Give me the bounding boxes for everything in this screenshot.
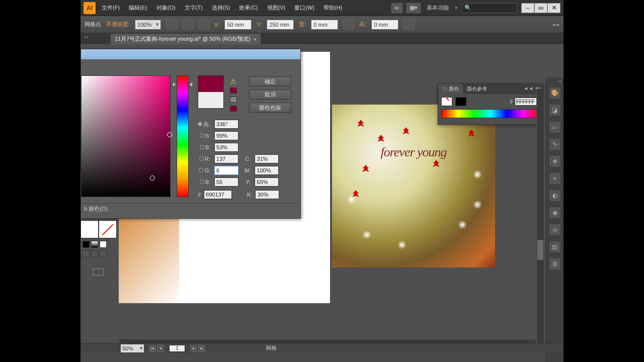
cancel-button[interactable]: 取消	[249, 89, 291, 100]
y2-input[interactable]	[255, 177, 279, 187]
stroke-swatch[interactable]	[99, 220, 117, 238]
color-mode-solid[interactable]	[83, 241, 90, 248]
hue-radio[interactable]	[198, 122, 202, 126]
sat-input[interactable]	[214, 131, 238, 140]
color-mode-none[interactable]	[100, 241, 107, 248]
swatches-panel-icon[interactable]: ◪	[549, 105, 560, 116]
b2-radio[interactable]	[200, 179, 204, 184]
thumbnail-icon[interactable]	[93, 268, 104, 276]
workspace-label[interactable]: 基本功能	[425, 4, 451, 12]
app-logo: Ai	[84, 2, 96, 14]
search-input[interactable]: 🔍	[462, 3, 517, 13]
menu-window[interactable]: 窗口(W)	[291, 3, 317, 13]
menu-file[interactable]: 文件(F)	[99, 3, 123, 13]
menu-view[interactable]: 视图(V)	[264, 3, 289, 13]
first-page-button[interactable]: |◂	[149, 345, 156, 352]
maximize-button[interactable]: ▭	[534, 3, 547, 13]
screen-mode-icon-2[interactable]	[91, 250, 98, 257]
tab-close-icon[interactable]: ×	[254, 36, 257, 42]
isolate-icon[interactable]	[404, 20, 415, 30]
minimize-button[interactable]: ─	[521, 3, 534, 13]
sat-radio[interactable]	[200, 133, 204, 138]
color-picker-dialog: ⚠ 确定 取消 颜色色板 高: S: B:	[80, 49, 301, 219]
close-button[interactable]: ✕	[547, 3, 560, 13]
hex-input[interactable]	[204, 190, 232, 199]
style-icon[interactable]	[166, 20, 177, 30]
prev-page-button[interactable]: ◂	[157, 345, 164, 352]
fill-swatch[interactable]	[80, 220, 99, 238]
k-input[interactable]	[255, 190, 279, 199]
document-tab[interactable]: 11月7号正式案例-forever young.ai* @ 50% (RGB/预…	[111, 34, 261, 44]
bri-input[interactable]	[214, 143, 238, 152]
align-panel-icon[interactable]: ≡	[549, 173, 560, 184]
nearest-swatch[interactable]	[230, 106, 237, 112]
next-page-button[interactable]: ▸	[190, 345, 197, 352]
workspace-dropdown-icon[interactable]: ▾	[455, 5, 458, 11]
brushes-panel-icon[interactable]: ✎	[549, 139, 560, 150]
spectrum-bar[interactable]	[441, 109, 540, 118]
layers-panel-icon[interactable]: ▤	[549, 241, 560, 252]
swatches-button[interactable]: 颜色色板	[249, 103, 291, 113]
artwork-preview: forever young	[332, 105, 495, 267]
bridge-button[interactable]: Br	[391, 3, 403, 13]
menu-help[interactable]: 帮助(H)	[320, 3, 345, 13]
gamut-warning-icon[interactable]: ⚠	[230, 77, 236, 85]
stroke-color-swatch[interactable]	[455, 97, 466, 106]
bri-radio[interactable]	[200, 145, 204, 149]
panel-collapse-icon[interactable]: ◄◄	[523, 85, 533, 91]
menu-edit[interactable]: 编辑(E)	[126, 3, 150, 13]
symbols-panel-icon[interactable]: ❀	[549, 156, 560, 167]
old-color-swatch[interactable]	[198, 92, 223, 108]
recolor-icon[interactable]	[182, 20, 193, 30]
graphic-styles-panel-icon[interactable]: ◎	[549, 224, 560, 235]
r-radio[interactable]	[199, 156, 204, 161]
new-color-swatch	[198, 76, 223, 92]
hue-input[interactable]	[214, 120, 238, 129]
dock-collapse-icon[interactable]: ››	[558, 78, 561, 84]
appearance-panel-icon[interactable]: ◉	[549, 207, 560, 218]
w-input[interactable]: 0 mm	[311, 20, 338, 30]
color-panel-icon[interactable]: 🎨	[549, 87, 560, 99]
web-safe-swatch[interactable]	[230, 87, 237, 94]
h-input[interactable]: 0 mm	[371, 20, 398, 30]
stroke-panel-icon[interactable]: ▭	[549, 122, 560, 133]
color-mode-gradient[interactable]	[91, 241, 98, 248]
page-input[interactable]	[169, 345, 185, 352]
x-input[interactable]: 50 mm	[224, 20, 252, 30]
menu-object[interactable]: 对象(O)	[153, 3, 179, 13]
vertical-scrollbar[interactable]	[536, 88, 544, 351]
c-input[interactable]	[255, 154, 279, 163]
color-guide-tab[interactable]: 颜色参考	[463, 84, 491, 94]
hue-slider[interactable]	[177, 75, 189, 197]
tab-chevron-icon[interactable]: ‹‹	[85, 34, 88, 40]
align-icon[interactable]	[198, 20, 209, 30]
scrollbar-thumb[interactable]	[537, 240, 543, 260]
y-input[interactable]: 250 mm	[267, 20, 294, 30]
g-radio[interactable]	[199, 168, 203, 172]
fill-color-swatch[interactable]	[441, 97, 452, 106]
menu-select[interactable]: 选择(S)	[209, 3, 233, 13]
transparency-panel-icon[interactable]: ◐	[549, 190, 560, 201]
zoom-select[interactable]: 50%	[121, 344, 144, 352]
ok-button[interactable]: 确定	[249, 76, 291, 86]
b2-input[interactable]	[214, 177, 238, 187]
m-input[interactable]	[255, 166, 279, 175]
expand-controls-icon[interactable]: ⊶	[552, 21, 559, 29]
screen-mode-icon[interactable]	[83, 250, 90, 257]
color-tab[interactable]: ◇ 颜色	[438, 84, 463, 94]
layout-menu[interactable]: ▦▾	[407, 3, 421, 13]
r-input[interactable]	[214, 154, 238, 163]
screen-mode-icon-3[interactable]	[100, 250, 107, 257]
menu-effect[interactable]: 效果(C)	[236, 3, 261, 13]
panel-resize-grip[interactable]: ┄	[438, 121, 543, 124]
color-picker-titlebar[interactable]	[81, 49, 300, 59]
saturation-brightness-field[interactable]	[81, 75, 171, 197]
menu-type[interactable]: 文字(T)	[182, 3, 206, 13]
cube-icon[interactable]	[230, 97, 237, 103]
opacity-select[interactable]: 100%	[135, 20, 161, 30]
link-wh-icon[interactable]	[343, 20, 354, 30]
web-colors-checkbox-label[interactable]: b 颜色(O)	[81, 203, 300, 213]
g-input[interactable]	[214, 166, 238, 175]
artboards-panel-icon[interactable]: ⊞	[549, 258, 560, 269]
last-page-button[interactable]: ▸|	[198, 345, 205, 352]
